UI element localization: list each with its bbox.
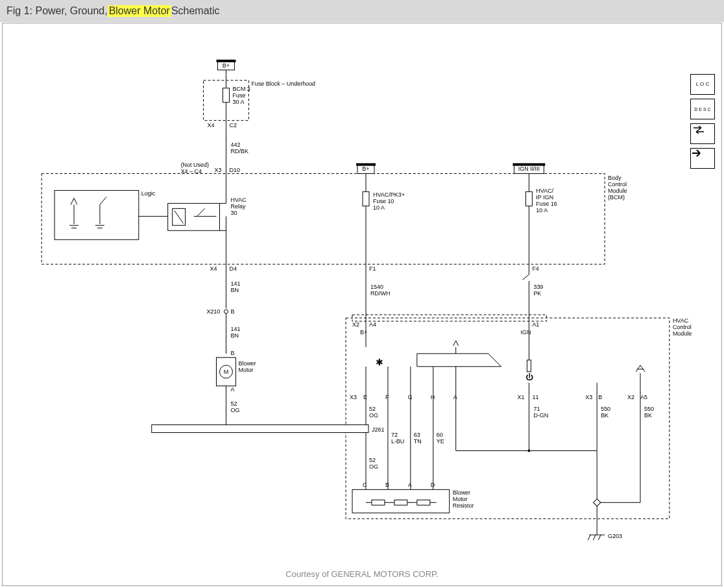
svg-point-34	[224, 310, 228, 313]
wire-442-num: 442	[230, 141, 240, 148]
svg-line-71	[598, 535, 601, 540]
wdg-c: D-GN	[533, 412, 548, 419]
res-n0: Blower	[453, 489, 470, 496]
power-icon: ⏻	[525, 373, 533, 382]
hvac-switch-icon	[417, 354, 501, 367]
hvac-a5: A5	[640, 394, 647, 400]
wire-442-col: RD/BK	[230, 148, 248, 154]
blower-n0: Blower	[238, 360, 256, 367]
loc-button[interactable]: L O C	[690, 74, 715, 95]
logic-lbl: Logic	[141, 190, 156, 197]
w52c-n: 52	[369, 457, 376, 463]
hvac-bplus: B+	[360, 329, 367, 336]
w52a-c: OG	[230, 407, 239, 413]
bcm-name-2: Module	[608, 188, 627, 194]
hvac-f: F	[385, 394, 389, 400]
swap-icon	[691, 124, 714, 143]
w141b-n: 141	[230, 326, 240, 332]
hvac-n1: Control	[673, 324, 692, 330]
res-d: D	[431, 482, 435, 488]
w141a-n: 141	[230, 280, 240, 287]
w52b-n: 52	[369, 406, 376, 412]
svg-rect-66	[594, 499, 601, 506]
svg-rect-3	[223, 88, 229, 103]
res-b: B	[385, 482, 389, 488]
w141a-c: BN	[230, 287, 238, 293]
wh-c: YE	[437, 438, 444, 445]
title-prefix: Fig 1: Power, Ground,	[6, 5, 108, 17]
svg-line-70	[593, 535, 596, 540]
w1540-c: RD/WH	[370, 290, 390, 297]
ground-lbl: G203	[608, 533, 622, 539]
wbk1-c: BK	[601, 412, 609, 419]
w339-c: PK	[533, 290, 541, 297]
arrow-right-icon	[691, 149, 714, 168]
hvac-a1: A1	[532, 321, 539, 328]
fuse3-0: HVAC/	[536, 188, 553, 194]
relay-2: 30	[230, 210, 237, 216]
w52b-c: OG	[369, 412, 378, 419]
conn-c2: C2	[229, 122, 236, 129]
wbk1-n: 550	[601, 406, 610, 412]
hvac-a4: A4	[369, 321, 376, 328]
hvac-ign: IGN	[520, 329, 531, 336]
credit-text: Courtesy of GENERAL MOTORS CORP.	[3, 569, 721, 579]
res-a: A	[408, 482, 412, 488]
svg-line-69	[588, 535, 590, 540]
title-suffix: Schematic	[171, 5, 220, 17]
wbk2-c: BK	[644, 412, 652, 419]
relay-1: Relay	[230, 203, 245, 210]
blower-m: M	[224, 369, 228, 375]
fuseblock-name-1: Fuse Block – Underhood	[251, 80, 315, 87]
w52a-n: 52	[230, 400, 237, 407]
bplus-label-1: B+	[223, 62, 230, 69]
blower-a: A	[230, 386, 234, 393]
conn-d10: D10	[229, 167, 239, 173]
wf-c: L-BU	[391, 438, 404, 445]
hvac-h: H	[431, 394, 435, 400]
fuse2-2: 10 A	[373, 204, 385, 211]
bcm-name-0: Body	[608, 175, 621, 181]
svg-rect-73	[394, 500, 407, 505]
fuse2-1: Fuse 10	[373, 198, 394, 204]
blower-b: B	[230, 350, 234, 356]
res-n2: Resistor	[453, 502, 474, 509]
conn-x4a: X4	[208, 122, 215, 129]
schematic-viewport[interactable]: B+ Fuse Block – Underhood BCM 3 Fuse 30 …	[2, 23, 722, 586]
bcm-name-1: Control	[608, 181, 627, 188]
ign-label: IGN II/III	[518, 165, 540, 172]
title-bar: Fig 1: Power, Ground, Blower Motor Schem…	[0, 0, 724, 22]
w1540-n: 1540	[370, 284, 383, 290]
hvac-11: 11	[532, 394, 538, 400]
hvac-bb: B	[598, 394, 602, 400]
desc-label: D E S C	[694, 107, 710, 112]
notused-lbl: (Not Used)	[181, 162, 209, 168]
svg-line-31	[522, 275, 529, 280]
hvac-x2: X2	[352, 321, 359, 328]
conn-x3-top: X3	[215, 167, 222, 173]
toolbar: L O C D E S C	[690, 74, 715, 169]
fuse3-2: Fuse 16	[536, 201, 557, 207]
fan-icon: ✱	[376, 357, 383, 367]
bplus-label-2: B+	[362, 165, 369, 172]
hvac-n2: Module	[673, 330, 692, 337]
wf-n: 72	[391, 432, 398, 438]
swap-button[interactable]	[690, 123, 715, 144]
desc-button[interactable]: D E S C	[690, 99, 715, 119]
fuse-bcm3-0: BCM 3	[232, 86, 250, 92]
next-button[interactable]	[690, 148, 715, 169]
hvac-x3b: X3	[585, 394, 592, 400]
title-highlight: Blower Motor	[108, 5, 171, 17]
fuse3-3: 10 A	[536, 207, 548, 214]
svg-rect-43	[527, 360, 531, 372]
blower-n1: Motor	[238, 367, 253, 373]
res-c: C	[363, 482, 367, 488]
svg-point-62	[527, 449, 530, 452]
hvac-a: A	[453, 394, 457, 400]
wg-c: TN	[414, 438, 422, 445]
hvac-box	[346, 318, 670, 519]
page-root: Fig 1: Power, Ground, Blower Motor Schem…	[0, 0, 724, 588]
j261-lbl: J261	[372, 426, 384, 433]
hvac-x1: X1	[517, 394, 524, 400]
fuse3-1: IP IGN	[536, 194, 553, 201]
